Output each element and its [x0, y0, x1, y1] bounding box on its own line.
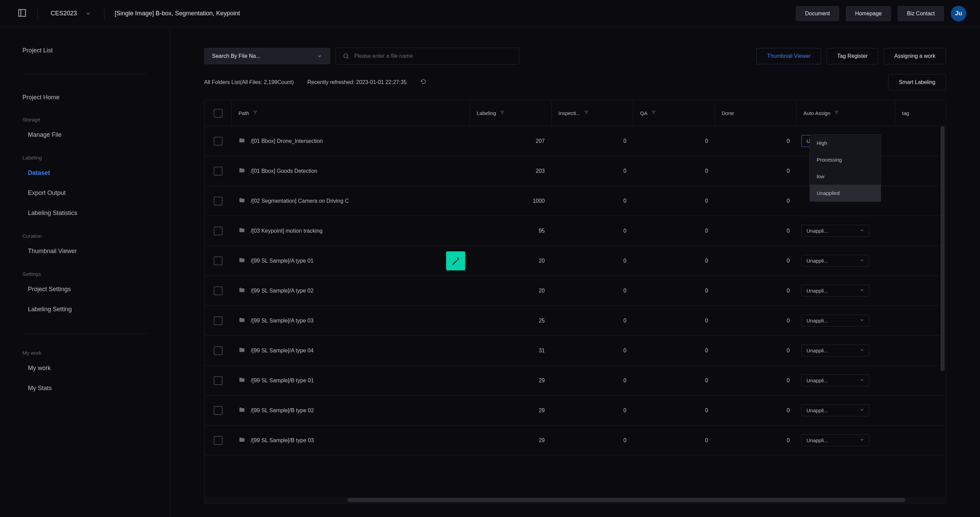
horizontal-scrollbar[interactable] — [205, 497, 946, 503]
chevron-down-icon — [859, 347, 864, 354]
sidebar-item-project-settings[interactable]: Project Settings — [0, 282, 170, 297]
scroll-thumb[interactable] — [347, 498, 905, 502]
row-checkbox[interactable] — [205, 156, 232, 186]
row-checkbox[interactable] — [205, 396, 232, 425]
search-input[interactable] — [354, 53, 512, 59]
row-checkbox[interactable] — [205, 336, 232, 365]
sidebar-item-export-output[interactable]: Export Output — [0, 186, 170, 201]
col-qa[interactable]: QA — [633, 100, 715, 126]
refreshed-text: Recently refreshed: 2023-01-01 22:27:35 — [307, 79, 407, 86]
auto-assign-cell: Unappli... — [797, 396, 895, 425]
table-row[interactable]: /[99 SL Sample]/A type 0431000Unappli... — [205, 336, 946, 366]
table-row[interactable]: /[03 Keypoint] motion tracking95000Unapp… — [205, 216, 946, 246]
table-row[interactable]: /[99 SL Sample]/A type 0220000Unappli... — [205, 276, 946, 306]
auto-assign-select[interactable]: Unappli... — [801, 374, 869, 386]
sidebar-item-labeling-statistics[interactable]: Labeling Statistics — [0, 205, 170, 221]
auto-assign-select[interactable]: Unappli... — [801, 285, 869, 297]
tag-register-button[interactable]: Tag Register — [827, 48, 878, 64]
row-checkbox[interactable] — [205, 186, 232, 216]
col-done[interactable]: Done — [715, 100, 797, 126]
sidebar-item-my-work[interactable]: My work — [0, 360, 170, 376]
col-tag[interactable]: tag — [895, 100, 946, 126]
tag-cell — [895, 216, 946, 246]
auto-assign-select[interactable]: Unappli... — [801, 344, 869, 357]
dropdown-option[interactable]: High — [810, 135, 881, 151]
auto-assign-select[interactable]: Unappli... — [801, 315, 869, 327]
row-checkbox[interactable] — [205, 126, 232, 156]
search-mode-select[interactable]: Search By File Na... — [204, 48, 330, 64]
dropdown-option[interactable]: Processing — [810, 151, 881, 168]
dropdown-option[interactable]: Unapplied — [810, 185, 881, 201]
inspection-value: 0 — [552, 186, 633, 216]
row-checkbox[interactable] — [205, 425, 232, 455]
path-cell[interactable]: /[99 SL Sample]/A type 04 — [232, 336, 470, 365]
auto-assign-select[interactable]: Unappli... — [801, 225, 869, 237]
col-auto-assign[interactable]: Auto Assign — [797, 100, 895, 126]
path-cell[interactable]: /[02 Segmentation] Camera on Driving C — [232, 186, 470, 216]
filter-icon[interactable] — [651, 110, 656, 116]
thumbnail-viewer-button[interactable]: Thumbnail Viewer — [756, 48, 821, 64]
filter-icon[interactable] — [584, 110, 589, 116]
path-cell[interactable]: /[99 SL Sample]/B type 03 — [232, 425, 470, 455]
homepage-button[interactable]: Homepage — [846, 6, 891, 21]
path-text: /[01 Bbox] Drone_Intersection — [251, 138, 323, 144]
row-checkbox[interactable] — [205, 246, 232, 276]
row-checkbox[interactable] — [205, 216, 232, 246]
auto-assign-select[interactable]: Unappli... — [801, 435, 869, 446]
sidebar-item-my-stats[interactable]: My Stats — [0, 381, 170, 396]
sidebar-project-home[interactable]: Project Home — [0, 90, 170, 105]
filter-icon[interactable] — [500, 110, 505, 116]
inspection-value: 0 — [552, 306, 633, 335]
avatar[interactable]: Ju — [951, 6, 966, 21]
path-cell[interactable]: /[99 SL Sample]/A type 01 — [232, 246, 470, 276]
path-cell[interactable]: /[99 SL Sample]/B type 02 — [232, 396, 470, 425]
refresh-icon[interactable] — [420, 79, 426, 86]
path-cell[interactable]: /[99 SL Sample]/B type 01 — [232, 366, 470, 395]
path-cell[interactable]: /[03 Keypoint] motion tracking — [232, 216, 470, 246]
auto-assign-value: Unappli... — [807, 288, 828, 293]
qa-value: 0 — [633, 366, 715, 395]
sidebar-item-labeling-setting[interactable]: Labeling Setting — [0, 302, 170, 317]
search-box[interactable] — [336, 48, 519, 65]
col-labeling[interactable]: Labeling — [470, 100, 552, 126]
assigning-work-button[interactable]: Assigning a work — [884, 48, 946, 64]
table-row[interactable]: /[99 SL Sample]/B type 0329000Unappli... — [205, 425, 946, 455]
vertical-scrollbar[interactable] — [940, 126, 946, 497]
document-button[interactable]: Document — [796, 6, 839, 21]
sidebar-project-list[interactable]: Project List — [0, 44, 170, 57]
biz-contact-button[interactable]: Biz Contact — [898, 6, 944, 21]
path-cell[interactable]: /[99 SL Sample]/A type 03 — [232, 306, 470, 335]
dropdown-option[interactable]: low — [810, 168, 881, 185]
table-row[interactable]: /[99 SL Sample]/B type 0229000Unappli... — [205, 396, 946, 425]
table-row[interactable]: /[99 SL Sample]/A type 0325000Unappli... — [205, 306, 946, 336]
filter-icon[interactable] — [834, 110, 839, 116]
smart-labeling-button[interactable]: Smart Labeling — [888, 74, 946, 90]
path-cell[interactable]: /[01 Bbox] Goods Detection — [232, 156, 470, 186]
sidebar-item-manage-file[interactable]: Manage File — [0, 127, 170, 143]
sidebar-item-dataset[interactable]: Dataset — [0, 165, 170, 181]
row-checkbox[interactable] — [205, 306, 232, 335]
sidebar-group-labeling: Labeling Dataset Export Output Labeling … — [0, 155, 170, 221]
table-row[interactable]: /[99 SL Sample]/B type 0129000Unappli... — [205, 366, 946, 396]
table-row[interactable]: /[99 SL Sample]/A type 0120000Unappli... — [205, 246, 946, 276]
scroll-thumb[interactable] — [940, 126, 945, 371]
col-path[interactable]: Path — [232, 100, 470, 126]
sidebar-item-thumbnail-viewer[interactable]: Thumbnail Viewer — [0, 244, 170, 259]
smart-label-row-button[interactable] — [446, 251, 465, 270]
project-select[interactable]: CES2023 — [48, 8, 94, 18]
search-icon — [343, 53, 350, 60]
path-cell[interactable]: /[99 SL Sample]/A type 02 — [232, 276, 470, 305]
path-cell[interactable]: /[01 Bbox] Drone_Intersection — [232, 126, 470, 156]
filter-icon[interactable] — [253, 110, 258, 116]
row-checkbox[interactable] — [205, 366, 232, 395]
row-checkbox[interactable] — [205, 276, 232, 305]
auto-assign-dropdown[interactable]: HighProcessinglowUnapplied — [810, 134, 881, 202]
auto-assign-select[interactable]: Unappli... — [801, 404, 869, 416]
divider — [37, 8, 38, 20]
col-inspection[interactable]: Inspecti... — [552, 100, 633, 126]
inspection-value: 0 — [552, 425, 633, 455]
auto-assign-select[interactable]: Unappli... — [801, 255, 869, 266]
select-all-check[interactable] — [205, 100, 232, 126]
sidebar-toggle-icon[interactable] — [17, 8, 27, 19]
inspection-value: 0 — [552, 366, 633, 395]
